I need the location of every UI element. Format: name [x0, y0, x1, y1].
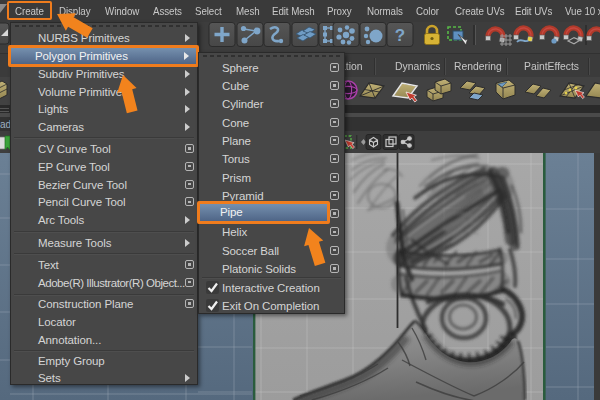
svg-text:?: ?: [395, 26, 405, 45]
